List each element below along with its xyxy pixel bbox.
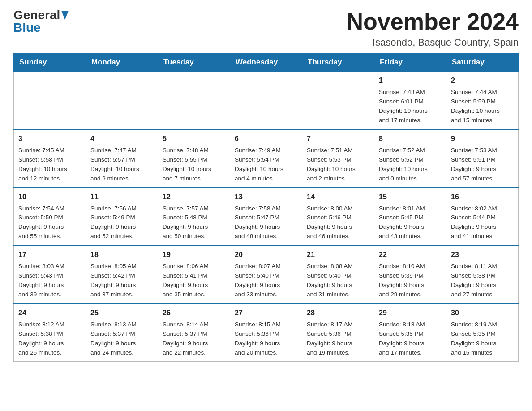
day-info: Sunrise: 8:12 AM Sunset: 5:38 PM Dayligh… [18,320,81,358]
title-section: November 2024 Isasondo, Basque Country, … [347,9,519,48]
calendar-cell: 22Sunrise: 8:10 AM Sunset: 5:39 PM Dayli… [374,245,446,304]
day-number: 3 [18,133,81,144]
day-info: Sunrise: 7:58 AM Sunset: 5:47 PM Dayligh… [235,204,297,242]
day-info: Sunrise: 7:44 AM Sunset: 5:59 PM Dayligh… [451,88,514,125]
day-number: 13 [235,192,297,202]
day-number: 7 [307,133,369,144]
logo: General Blue [13,9,69,34]
calendar-cell: 5Sunrise: 7:48 AM Sunset: 5:55 PM Daylig… [158,129,230,188]
day-number: 29 [379,308,442,318]
calendar-cell: 6Sunrise: 7:49 AM Sunset: 5:54 PM Daylig… [230,129,302,188]
day-number: 10 [18,192,81,202]
calendar-cell: 23Sunrise: 8:11 AM Sunset: 5:38 PM Dayli… [446,245,519,304]
calendar-cell: 1Sunrise: 7:43 AM Sunset: 6:01 PM Daylig… [374,72,446,129]
day-info: Sunrise: 8:05 AM Sunset: 5:42 PM Dayligh… [90,262,153,300]
week-row-4: 17Sunrise: 8:03 AM Sunset: 5:43 PM Dayli… [14,245,519,304]
header-tuesday: Tuesday [158,53,230,72]
calendar-cell: 19Sunrise: 8:06 AM Sunset: 5:41 PM Dayli… [158,245,230,304]
day-info: Sunrise: 8:14 AM Sunset: 5:37 PM Dayligh… [163,320,225,358]
day-info: Sunrise: 8:13 AM Sunset: 5:37 PM Dayligh… [90,320,153,358]
calendar-header-row: SundayMondayTuesdayWednesdayThursdayFrid… [14,53,519,72]
day-number: 8 [379,133,442,144]
day-number: 19 [163,249,225,260]
calendar-table: SundayMondayTuesdayWednesdayThursdayFrid… [13,53,519,361]
calendar-cell [230,72,302,129]
day-info: Sunrise: 7:45 AM Sunset: 5:58 PM Dayligh… [18,146,81,184]
day-info: Sunrise: 7:47 AM Sunset: 5:57 PM Dayligh… [90,146,153,184]
day-number: 20 [235,249,297,260]
calendar-cell: 26Sunrise: 8:14 AM Sunset: 5:37 PM Dayli… [158,304,230,361]
day-number: 14 [307,192,369,202]
day-number: 25 [90,308,153,318]
header-thursday: Thursday [302,53,374,72]
calendar-cell: 27Sunrise: 8:15 AM Sunset: 5:36 PM Dayli… [230,304,302,361]
calendar-cell: 16Sunrise: 8:02 AM Sunset: 5:44 PM Dayli… [446,188,519,246]
day-info: Sunrise: 8:00 AM Sunset: 5:46 PM Dayligh… [307,204,369,242]
day-info: Sunrise: 8:07 AM Sunset: 5:40 PM Dayligh… [235,262,297,300]
day-info: Sunrise: 7:57 AM Sunset: 5:48 PM Dayligh… [163,204,225,242]
calendar-cell: 18Sunrise: 8:05 AM Sunset: 5:42 PM Dayli… [86,245,158,304]
svg-marker-0 [61,11,69,20]
day-number: 5 [163,133,225,144]
day-number: 6 [235,133,297,144]
calendar-cell: 21Sunrise: 8:08 AM Sunset: 5:40 PM Dayli… [302,245,374,304]
calendar-cell [302,72,374,129]
week-row-1: 1Sunrise: 7:43 AM Sunset: 6:01 PM Daylig… [14,72,519,129]
calendar-title: November 2024 [347,9,519,34]
day-info: Sunrise: 8:02 AM Sunset: 5:44 PM Dayligh… [451,204,514,242]
day-number: 16 [451,192,514,202]
day-info: Sunrise: 7:51 AM Sunset: 5:53 PM Dayligh… [307,146,369,184]
calendar-cell [14,72,86,129]
day-info: Sunrise: 7:53 AM Sunset: 5:51 PM Dayligh… [451,146,514,184]
calendar-cell: 28Sunrise: 8:17 AM Sunset: 5:36 PM Dayli… [302,304,374,361]
day-info: Sunrise: 7:54 AM Sunset: 5:50 PM Dayligh… [18,204,81,242]
day-number: 11 [90,192,153,202]
day-info: Sunrise: 8:01 AM Sunset: 5:45 PM Dayligh… [379,204,442,242]
day-number: 22 [379,249,442,260]
day-number: 30 [451,308,514,318]
calendar-cell: 10Sunrise: 7:54 AM Sunset: 5:50 PM Dayli… [14,188,86,246]
day-number: 21 [307,249,369,260]
header-sunday: Sunday [14,53,86,72]
calendar-cell [158,72,230,129]
calendar-cell: 30Sunrise: 8:19 AM Sunset: 5:35 PM Dayli… [446,304,519,361]
calendar-cell: 29Sunrise: 8:18 AM Sunset: 5:35 PM Dayli… [374,304,446,361]
calendar-cell: 8Sunrise: 7:52 AM Sunset: 5:52 PM Daylig… [374,129,446,188]
day-number: 27 [235,308,297,318]
week-row-5: 24Sunrise: 8:12 AM Sunset: 5:38 PM Dayli… [14,304,519,361]
logo-blue-text: Blue [13,21,41,34]
day-info: Sunrise: 7:43 AM Sunset: 6:01 PM Dayligh… [379,88,442,125]
header-friday: Friday [374,53,446,72]
logo-general-text: General [13,9,60,21]
calendar-cell: 24Sunrise: 8:12 AM Sunset: 5:38 PM Dayli… [14,304,86,361]
day-info: Sunrise: 8:10 AM Sunset: 5:39 PM Dayligh… [379,262,442,300]
day-number: 2 [451,75,514,86]
header-monday: Monday [86,53,158,72]
day-number: 28 [307,308,369,318]
calendar-cell: 15Sunrise: 8:01 AM Sunset: 5:45 PM Dayli… [374,188,446,246]
calendar-subtitle: Isasondo, Basque Country, Spain [347,37,519,48]
day-info: Sunrise: 7:52 AM Sunset: 5:52 PM Dayligh… [379,146,442,184]
calendar-cell: 12Sunrise: 7:57 AM Sunset: 5:48 PM Dayli… [158,188,230,246]
header-wednesday: Wednesday [230,53,302,72]
day-number: 12 [163,192,225,202]
day-info: Sunrise: 8:06 AM Sunset: 5:41 PM Dayligh… [163,262,225,300]
calendar-cell: 20Sunrise: 8:07 AM Sunset: 5:40 PM Dayli… [230,245,302,304]
calendar-cell: 13Sunrise: 7:58 AM Sunset: 5:47 PM Dayli… [230,188,302,246]
calendar-cell: 11Sunrise: 7:56 AM Sunset: 5:49 PM Dayli… [86,188,158,246]
calendar-cell: 3Sunrise: 7:45 AM Sunset: 5:58 PM Daylig… [14,129,86,188]
day-info: Sunrise: 8:19 AM Sunset: 5:35 PM Dayligh… [451,320,514,358]
day-info: Sunrise: 8:11 AM Sunset: 5:38 PM Dayligh… [451,262,514,300]
calendar-cell: 17Sunrise: 8:03 AM Sunset: 5:43 PM Dayli… [14,245,86,304]
day-number: 18 [90,249,153,260]
day-number: 15 [379,192,442,202]
page-header: General Blue November 2024 Isasondo, Bas… [13,9,519,48]
day-number: 9 [451,133,514,144]
calendar-cell: 25Sunrise: 8:13 AM Sunset: 5:37 PM Dayli… [86,304,158,361]
day-info: Sunrise: 8:18 AM Sunset: 5:35 PM Dayligh… [379,320,442,358]
day-info: Sunrise: 8:15 AM Sunset: 5:36 PM Dayligh… [235,320,297,358]
day-number: 4 [90,133,153,144]
day-info: Sunrise: 7:56 AM Sunset: 5:49 PM Dayligh… [90,204,153,242]
calendar-cell: 4Sunrise: 7:47 AM Sunset: 5:57 PM Daylig… [86,129,158,188]
day-info: Sunrise: 8:08 AM Sunset: 5:40 PM Dayligh… [307,262,369,300]
